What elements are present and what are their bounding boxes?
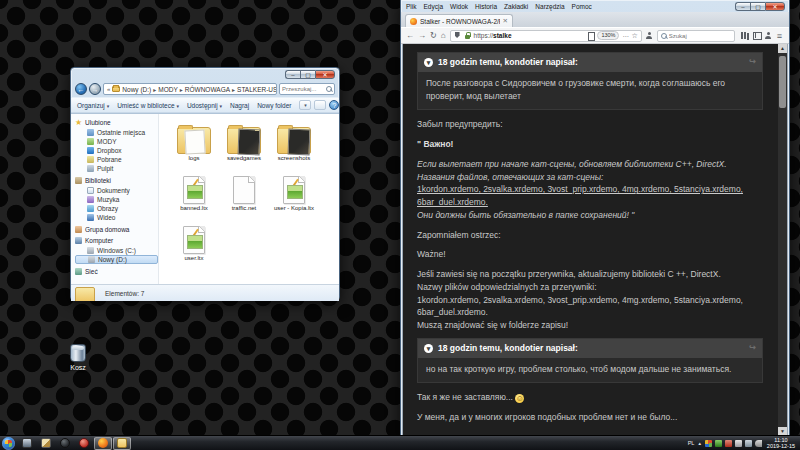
file-item-traffic-net[interactable]: traffic.net [219,170,269,218]
sidebar-item-documents[interactable]: Dokumenty [75,186,158,195]
maximize-button[interactable]: ▢ [300,70,315,79]
breadcrumb-overflow-icon[interactable]: « [107,86,110,92]
back-button[interactable]: ← [406,32,414,40]
file-item-screenshots[interactable]: screenshots [269,120,319,168]
hamburger-menu-icon[interactable]: ≡ [777,32,782,40]
favorites-group[interactable]: ★Ulubione [75,119,158,126]
file-item-logs[interactable]: logs [169,120,219,168]
file-item-user-ltx[interactable]: user.ltx [169,220,219,268]
minimize-button[interactable]: – [285,70,300,79]
menu-bookmarks[interactable]: Zakładki [504,3,528,10]
reply-arrow-icon[interactable]: ↪ [749,56,756,68]
burn-button[interactable]: Nagraj [230,102,249,109]
file-item-user-kopia-ltx[interactable]: user - Kopia.ltx [269,170,319,218]
taskbar-app-desktop-tool[interactable] [18,437,36,450]
menu-history[interactable]: Historia [475,3,497,10]
forward-button[interactable]: → [418,32,426,40]
sidebar-item-drive-c[interactable]: Windows (C:) [75,246,158,255]
sidebar-item-downloads[interactable]: Pobrane [75,155,158,164]
sidebar-item-videos[interactable]: Wideo [75,213,158,222]
breadcrumb-item-drive[interactable]: Nowy (D:) [122,86,151,93]
menu-edit[interactable]: Edycja [423,3,443,10]
url-bar[interactable]: https://stalke 130% ⋯ ☆ [450,30,642,42]
share-button[interactable]: Udostępnij ▾ [187,102,222,109]
sidebar-item-dropbox[interactable]: Dropbox [75,146,158,155]
bookmark-star-icon[interactable]: ☆ [631,32,637,40]
url-text[interactable]: https://stalke [474,32,512,39]
firefox-titlebar[interactable]: Plik Edycja Widok Historia Zakładki Narz… [401,0,789,12]
reload-button[interactable]: ↻ [430,32,437,40]
language-indicator[interactable]: PL [688,440,695,446]
collapse-quote-icon[interactable]: ▾ [424,344,433,353]
explorer-search-input[interactable] [282,86,324,92]
close-button[interactable]: ✕ [315,70,335,79]
recycle-bin[interactable]: Kosz [56,344,100,371]
explorer-titlebar[interactable]: – ▢ ✕ [71,68,339,81]
minimize-button[interactable]: – [735,2,750,11]
tab-close-icon[interactable]: ✕ [503,17,508,25]
tray-audio-icon[interactable] [725,440,732,447]
file-item-savedgames[interactable]: savedgames [219,120,269,168]
taskbar-clock[interactable]: 11:10 2019-12-15 [765,437,797,450]
taskbar-app-steam[interactable] [56,437,74,450]
recycle-bin-icon[interactable] [70,344,86,362]
views-button[interactable]: ▾ [299,100,311,110]
taskbar-app-photos[interactable] [37,437,55,450]
search-input[interactable] [669,33,731,39]
page-actions-icon[interactable]: ⋯ [622,32,628,40]
sidebar-item-mody[interactable]: MODY [75,137,158,146]
menu-file[interactable]: Plik [406,3,416,10]
tracking-protection-icon[interactable] [454,32,461,39]
sidebars-icon[interactable] [753,32,760,39]
taskbar-app-cleaner[interactable] [75,437,93,450]
include-in-library-button[interactable]: Umieść w bibliotece ▾ [117,102,179,109]
organize-button[interactable]: Organizuj ▾ [77,102,109,109]
maximize-button[interactable]: ▢ [750,2,765,11]
quote-header[interactable]: ▾ 18 godzin temu, kondotier napisał: ↪ [418,339,762,358]
action-center-icon[interactable] [735,440,742,447]
scroll-up-icon[interactable]: ▲ [778,44,787,53]
sidebar-item-pictures[interactable]: Obrazy [75,204,158,213]
forward-button[interactable]: → [89,83,101,95]
tray-app-icon[interactable] [705,440,712,447]
sidebar-item-recent[interactable]: Ostatnie miejsca [75,128,158,137]
profile-icon[interactable] [765,32,772,39]
menu-tools[interactable]: Narzędzia [535,3,564,10]
network-icon[interactable] [745,440,752,447]
sidebar-item-desktop[interactable]: Pulpit [75,164,158,173]
libraries-group[interactable]: Biblioteki [75,177,158,184]
page-scrollbar[interactable]: ▲ ▼ [778,44,787,436]
menu-help[interactable]: Pomoc [572,3,592,10]
firefox-window[interactable]: Plik Edycja Widok Historia Zakładki Narz… [400,0,790,438]
homegroup-item[interactable]: Grupa domowa [75,226,158,233]
reader-mode-icon[interactable] [587,32,594,39]
menu-view[interactable]: Widok [450,3,468,10]
new-folder-button[interactable]: Nowy folder [257,102,291,109]
library-icon[interactable] [741,32,748,39]
back-button[interactable]: ← [75,83,87,95]
tab-stalker[interactable]: Stalker - RÓWNOWAGA-2/P... ✕ [405,14,513,27]
search-bar[interactable] [657,30,735,42]
volume-icon[interactable] [755,440,762,447]
breadcrumb-item-stalker-user[interactable]: STALKER-USER [237,86,277,93]
help-button[interactable]: ? [329,100,339,110]
breadcrumb[interactable]: « Nowy (D:) ▸ MODY ▸ RÓWNOWAGA ▸ STALKER… [103,83,277,95]
home-button[interactable]: ⌂ [441,32,446,40]
taskbar-app-explorer[interactable] [113,437,131,450]
explorer-window[interactable]: – ▢ ✕ ← → « Nowy (D:) ▸ MODY ▸ RÓWNOWAGA… [70,67,340,301]
scrollbar-thumb[interactable] [779,56,786,108]
computer-group[interactable]: Komputer [75,237,158,244]
explorer-search-box[interactable] [279,83,335,95]
collapse-quote-icon[interactable]: ▾ [424,58,433,67]
sidebar-item-music[interactable]: Muzyka [75,195,158,204]
close-button[interactable]: ✕ [765,2,785,11]
breadcrumb-item-mody[interactable]: MODY [158,86,178,93]
start-button[interactable] [2,437,15,450]
tray-app-icon[interactable] [715,440,722,447]
zoom-level-indicator[interactable]: 130% [597,31,619,40]
sidebar-item-drive-d[interactable]: Nowy (D:) [75,255,158,264]
preview-pane-button[interactable] [314,100,326,110]
breadcrumb-item-rownowaga[interactable]: RÓWNOWAGA [185,86,230,93]
reply-arrow-icon[interactable]: ↪ [749,342,756,354]
file-item-banned-ltx[interactable]: banned.ltx [169,170,219,218]
